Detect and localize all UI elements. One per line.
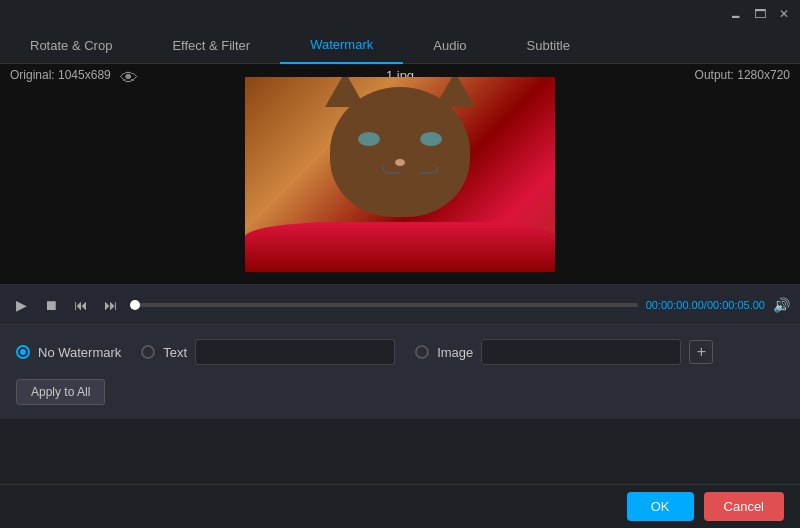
- no-watermark-radio[interactable]: [16, 345, 30, 359]
- text-watermark-label: Text: [163, 345, 187, 360]
- add-image-button[interactable]: +: [689, 340, 713, 364]
- tab-subtitle[interactable]: Subtitle: [497, 28, 600, 64]
- play-button[interactable]: ▶: [10, 294, 32, 316]
- video-preview: [245, 77, 555, 272]
- text-watermark-input[interactable]: [195, 339, 395, 365]
- original-resolution: Original: 1045x689: [10, 68, 111, 82]
- controls-bar: ▶ ⏹ ⏮ ⏭ 00:00:00.00/00:00:05.00 🔊: [0, 284, 800, 324]
- close-button[interactable]: ✕: [776, 6, 792, 22]
- tab-audio[interactable]: Audio: [403, 28, 496, 64]
- preview-area: Original: 1045x689 Output: 1280x720 👁 1.…: [0, 64, 800, 284]
- no-watermark-option[interactable]: No Watermark: [16, 345, 121, 360]
- minimize-button[interactable]: 🗕: [728, 6, 744, 22]
- cancel-button[interactable]: Cancel: [704, 492, 784, 521]
- time-display: 00:00:00.00/00:00:05.00: [646, 299, 765, 311]
- title-bar: 🗕 🗖 ✕: [0, 0, 800, 28]
- stop-button[interactable]: ⏹: [40, 294, 62, 316]
- image-watermark-option[interactable]: Image +: [415, 339, 713, 365]
- progress-bar[interactable]: [130, 303, 638, 307]
- text-watermark-option[interactable]: Text: [141, 339, 395, 365]
- tab-rotate-crop[interactable]: Rotate & Crop: [0, 28, 142, 64]
- image-watermark-input[interactable]: [481, 339, 681, 365]
- footer-bar: OK Cancel: [0, 484, 800, 528]
- image-watermark-radio[interactable]: [415, 345, 429, 359]
- no-watermark-label: No Watermark: [38, 345, 121, 360]
- tab-watermark[interactable]: Watermark: [280, 28, 403, 64]
- maximize-button[interactable]: 🗖: [752, 6, 768, 22]
- image-watermark-label: Image: [437, 345, 473, 360]
- next-button[interactable]: ⏭: [100, 294, 122, 316]
- volume-icon[interactable]: 🔊: [773, 297, 790, 313]
- ok-button[interactable]: OK: [627, 492, 694, 521]
- prev-button[interactable]: ⏮: [70, 294, 92, 316]
- text-watermark-radio[interactable]: [141, 345, 155, 359]
- eye-icon[interactable]: 👁: [120, 68, 138, 89]
- progress-dot: [130, 300, 140, 310]
- tab-bar: Rotate & Crop Effect & Filter Watermark …: [0, 28, 800, 64]
- settings-panel: No Watermark Text Image + Apply to All: [0, 324, 800, 419]
- tab-effect-filter[interactable]: Effect & Filter: [142, 28, 280, 64]
- watermark-options-row: No Watermark Text Image +: [16, 339, 784, 365]
- output-resolution: Output: 1280x720: [695, 68, 790, 82]
- apply-to-all-button[interactable]: Apply to All: [16, 379, 105, 405]
